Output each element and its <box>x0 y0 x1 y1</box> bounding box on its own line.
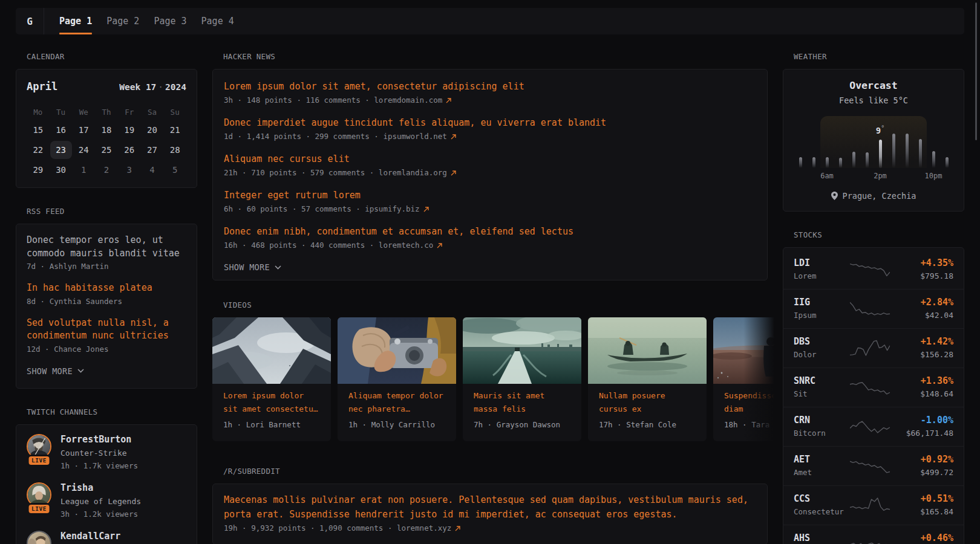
video-thumbnail[interactable] <box>338 317 456 384</box>
hackernews-item-title[interactable]: Donec imperdiet augue tincidunt felis al… <box>224 115 756 130</box>
twitch-channel-row[interactable]: LIVE Trisha League of Legends 3h · 1.2k … <box>27 481 186 520</box>
video-thumbnail[interactable] <box>463 317 581 384</box>
hackernews-item-title[interactable]: Donec enim nibh, condimentum et accumsan… <box>224 224 756 239</box>
live-badge: LIVE <box>27 455 51 467</box>
stock-row[interactable]: CCS Consectetur +0.51% $165.84 <box>783 485 964 525</box>
stock-price: $148.64 <box>890 387 953 400</box>
video-card[interactable]: Lorem ipsum dolor sit amet consectetu… 1… <box>212 317 331 441</box>
video-title[interactable]: Aliquam tempor dolor nec pharetra… <box>348 389 445 416</box>
video-thumbnail[interactable] <box>713 317 779 384</box>
external-link-icon[interactable] <box>455 526 460 531</box>
stock-symbol: CRN <box>794 414 849 427</box>
weather-card: Overcast Feels like 5°C 6am9°2pm10pm Pra… <box>783 69 964 212</box>
external-link-icon[interactable] <box>437 243 442 248</box>
rss-item-title[interactable]: Sed volutpat nulla nisl, a condimentum n… <box>27 317 186 343</box>
external-link-icon[interactable] <box>451 170 456 176</box>
hackernews-item: Donec enim nibh, condimentum et accumsan… <box>224 224 756 251</box>
stock-sparkline <box>849 496 890 514</box>
twitch-channel-name[interactable]: KendallCarr <box>60 529 120 543</box>
weather-condition: Overcast <box>794 79 953 92</box>
stock-name: Consectetur <box>794 505 849 518</box>
weather-bar <box>834 116 847 168</box>
weather-chart: 6am9°2pm10pm <box>794 116 953 168</box>
page-scrollbar[interactable] <box>975 2 977 140</box>
stock-info: LDI Lorem <box>794 257 849 282</box>
chevron-down-icon <box>77 369 84 373</box>
twitch-channel-category[interactable]: Counter-Strike <box>60 446 138 460</box>
stock-row[interactable]: AHS Ahsum +0.46% $88.12 <box>783 525 964 544</box>
calendar-date: 17 <box>73 120 94 140</box>
calendar-day-header: Sa <box>148 104 157 120</box>
stocks-card: LDI Lorem +4.35% $795.18 IIG Ipsum <box>783 247 964 544</box>
stock-row[interactable]: AET Amet +0.92% $499.72 <box>783 446 964 485</box>
external-link-icon[interactable] <box>423 207 429 212</box>
sparkline-chart <box>850 418 890 436</box>
stock-row[interactable]: CRN Bitcorn -1.00% $66,171.48 <box>783 407 964 446</box>
stock-values: +0.51% $165.84 <box>890 493 953 518</box>
twitch-channel-name[interactable]: Trisha <box>60 481 141 494</box>
stock-row[interactable]: IIG Ipsum +2.84% $42.04 <box>783 289 964 328</box>
twitch-card: LIVE ForrestBurton Counter-Strike 1h · 1… <box>16 424 197 544</box>
stock-change: +0.92% <box>890 453 953 466</box>
rss-item: Sed volutpat nulla nisl, a condimentum n… <box>27 317 186 355</box>
twitch-channel-row[interactable]: KendallCarr <box>27 529 186 544</box>
video-title[interactable]: Mauris sit amet massa felis <box>474 389 570 416</box>
tab-page-1[interactable]: Page 1 <box>59 8 92 34</box>
stock-row[interactable]: LDI Lorem +4.35% $795.18 <box>783 250 964 289</box>
tab-page-3[interactable]: Page 3 <box>154 8 186 34</box>
stock-price: $66,171.48 <box>890 427 953 439</box>
twitch-channel-category[interactable]: League of Legends <box>60 494 141 508</box>
calendar-grid: MoTuWeThFrSaSu15161718192021222324252627… <box>27 104 186 180</box>
video-card[interactable]: Mauris sit amet massa felis 7h · Grayson… <box>463 317 581 441</box>
video-title[interactable]: Suspendisse sagittis diam <box>724 389 779 416</box>
weather-current-temp: 9° <box>876 124 884 135</box>
video-meta: 17h · Stefan Cole <box>599 419 696 431</box>
video-card[interactable]: Suspendisse sagittis diam 18h · Tara Mil… <box>713 317 779 441</box>
stock-info: CCS Consectetur <box>794 493 849 518</box>
hackernews-item-title[interactable]: Integer eget rutrum lorem <box>224 188 756 202</box>
stock-row[interactable]: DBS Dolor +1.42% $156.28 <box>783 328 964 368</box>
rss-item-title[interactable]: In hac habitasse platea <box>27 282 186 295</box>
calendar-day-header: Fr <box>125 104 134 120</box>
twitch-channel-row[interactable]: LIVE ForrestBurton Counter-Strike 1h · 1… <box>27 433 186 471</box>
twitch-channel-name[interactable]: ForrestBurton <box>60 433 138 446</box>
rss-item-title[interactable]: Donec tempor eros leo, ut commodo mauris… <box>27 234 186 260</box>
hackernews-item: Aliquam nec cursus elit 21h · 710 points… <box>224 152 756 179</box>
weather-bar <box>913 116 927 168</box>
video-card[interactable]: Aliquam tempor dolor nec pharetra… 1h · … <box>338 317 456 441</box>
stock-sparkline <box>849 457 890 475</box>
video-card-body: Lorem ipsum dolor sit amet consectetu… 1… <box>212 384 331 441</box>
stock-row[interactable]: SNRC Sit +1.36% $148.64 <box>783 368 964 407</box>
twitch-channel-info: Trisha League of Legends 3h · 1.2k viewe… <box>60 481 141 520</box>
external-link-icon[interactable] <box>451 134 456 140</box>
video-card[interactable]: Nullam posuere cursus ex 17h · Stefan Co… <box>588 317 707 441</box>
live-badge: LIVE <box>27 503 51 515</box>
video-title[interactable]: Lorem ipsum dolor sit amet consectetu… <box>223 389 320 416</box>
hackernews-item-title[interactable]: Aliquam nec cursus elit <box>224 152 756 166</box>
calendar-date: 15 <box>27 120 49 140</box>
rss-show-more-button[interactable]: SHOW MORE <box>27 364 186 378</box>
hackernews-show-more-button[interactable]: SHOW MORE <box>224 261 756 274</box>
hackernews-item-meta-text: 3h · 148 points · 116 comments · loremdo… <box>224 94 442 106</box>
rss-item: In hac habitasse platea 8d · Cynthia Sau… <box>27 282 186 308</box>
video-card-body: Suspendisse sagittis diam 18h · Tara Mil… <box>713 384 779 441</box>
stock-name: Sit <box>794 387 849 400</box>
hackernews-item-title[interactable]: Lorem ipsum dolor sit amet, consectetur … <box>224 79 756 94</box>
tab-page-2[interactable]: Page 2 <box>106 8 139 34</box>
video-thumbnail[interactable] <box>588 317 707 384</box>
subreddit-item-title[interactable]: Maecenas mollis pulvinar erat non posuer… <box>224 493 756 522</box>
app-logo[interactable]: G <box>16 8 44 34</box>
tab-page-4[interactable]: Page 4 <box>201 8 234 34</box>
stocks-widget: STOCKS LDI Lorem +4.35% $795.18 <box>783 230 964 544</box>
video-thumbnail-image <box>338 317 456 384</box>
calendar-widget: CALENDAR April Week 17·2024 MoTuWeThFrSa… <box>16 52 197 188</box>
video-thumbnail[interactable] <box>212 317 331 384</box>
calendar-date: 24 <box>73 140 94 160</box>
videos-widget: VIDEOS <box>212 300 768 441</box>
stocks-section-title: STOCKS <box>794 230 964 239</box>
external-link-icon[interactable] <box>446 98 451 103</box>
video-title[interactable]: Nullam posuere cursus ex <box>599 389 696 416</box>
stock-symbol: CCS <box>794 493 849 505</box>
calendar-date-today: 23 <box>50 141 72 159</box>
calendar-day-header: Mo <box>33 104 42 120</box>
